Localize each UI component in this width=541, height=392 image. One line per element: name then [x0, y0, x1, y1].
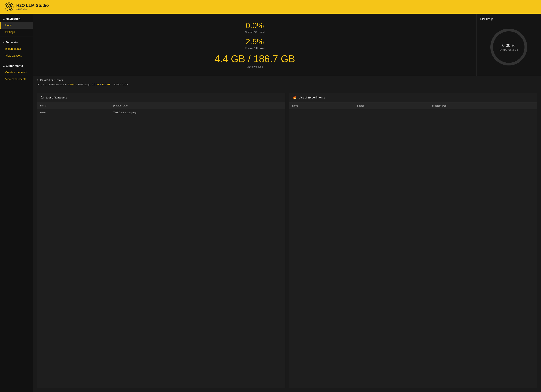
chevron-up-icon: ∧ [3, 17, 5, 20]
sidebar-item-settings-label: Settings [5, 31, 15, 34]
sidebar-item-create-experiment[interactable]: Create experiment [0, 69, 33, 76]
donut-center-text: 0.00 % 57.3 MB / 251.8 GB [500, 43, 518, 51]
gpu-line-prefix: GPU #1 - current utilization: [37, 83, 68, 86]
memory-label: Memory usage [214, 65, 295, 68]
experiments-table-header: 🔥 List of Experiments [289, 93, 537, 102]
sidebar-item-view-datasets[interactable]: View datasets [0, 52, 33, 59]
memory-stat: 4.4 GB / 186.7 GB Memory usage [214, 53, 295, 68]
sidebar-item-create-experiment-label: Create experiment [5, 71, 27, 74]
experiments-table-thead: name dataset problem type [289, 102, 537, 109]
sidebar-item-view-experiments[interactable]: View experiments [0, 76, 33, 83]
sidebar-section-experiments[interactable]: ∧ Experiments [0, 61, 33, 69]
datasets-col-problem-type: problem type [110, 102, 285, 109]
disk-detail: 57.3 MB / 251.8 GB [500, 49, 518, 51]
gpu-stats-label: Detailed GPU stats [40, 78, 63, 82]
datasets-table-panel: 🗂 List of Datasets name problem type oas… [37, 93, 285, 388]
sidebar-section-experiments-label: Experiments [6, 64, 23, 67]
cpu-load-value: 2.5% [245, 37, 265, 46]
app-body: ∧ Navigation Home Settings ∧ Datasets Im… [0, 14, 541, 392]
sidebar-section-navigation[interactable]: ∧ Navigation [0, 14, 33, 22]
experiments-col-name: name [289, 102, 354, 109]
logo-block: H2O LLM Studio v0.0.2-dev [5, 2, 49, 11]
header: H2O LLM Studio v0.0.2-dev [0, 0, 541, 14]
sidebar-item-import-dataset[interactable]: Import dataset [0, 45, 33, 52]
memory-value: 4.4 GB / 186.7 GB [214, 53, 295, 64]
gpu-load-label: Current GPU load [245, 31, 265, 34]
sidebar-divider-1 [0, 36, 33, 37]
gpu-vram-separator: / [99, 83, 102, 86]
sidebar-item-view-experiments-label: View experiments [5, 78, 26, 81]
donut-chart: 0.00 % 57.3 MB / 251.8 GB [488, 26, 530, 68]
center-stats-panel: 0.0% Current GPU load 2.5% Current CPU l… [33, 14, 477, 76]
sidebar-item-view-datasets-label: View datasets [5, 54, 22, 57]
experiments-col-dataset: dataset [354, 102, 429, 109]
sidebar-item-import-dataset-label: Import dataset [5, 47, 22, 50]
sidebar: ∧ Navigation Home Settings ∧ Datasets Im… [0, 14, 33, 392]
sidebar-section-navigation-label: Navigation [6, 17, 21, 20]
datasets-table: name problem type oasst Text Causal Lang… [37, 102, 285, 116]
experiments-col-problem-type: problem type [429, 102, 537, 109]
gpu-stats-row: ∨ Detailed GPU stats GPU #1 - current ut… [33, 76, 541, 89]
gpu-vram-total: 22.2 GB [101, 83, 111, 86]
gpu-vram-used: 0.0 GB [92, 83, 99, 86]
gpu-load-stat: 0.0% Current GPU load [245, 21, 265, 34]
gpu-load-value: 0.0% [245, 21, 265, 30]
datasets-col-name: name [37, 102, 110, 109]
disk-percent: 0.00 % [500, 43, 518, 48]
datasets-table-header-row: name problem type [37, 102, 285, 109]
datasets-panel-icon: 🗂 [41, 95, 44, 99]
sidebar-item-settings[interactable]: Settings [0, 29, 33, 36]
cpu-load-label: Current CPU load [245, 47, 265, 50]
datasets-table-thead: name problem type [37, 102, 285, 109]
chevron-up-datasets-icon: ∧ [3, 41, 5, 44]
sidebar-section-datasets-label: Datasets [6, 41, 18, 44]
app-logo-icon [5, 2, 14, 11]
gpu-vram-prefix: - VRAM usage: [74, 83, 92, 86]
dataset-name-cell[interactable]: oasst [37, 109, 110, 116]
gpu-utilization: 0.0% [68, 83, 74, 86]
main-content: 0.0% Current GPU load 2.5% Current CPU l… [33, 14, 541, 392]
tables-section: 🗂 List of Datasets name problem type oas… [33, 89, 541, 392]
sidebar-item-home-label: Home [5, 24, 12, 27]
sidebar-item-home[interactable]: Home [0, 22, 33, 29]
experiments-table-title: List of Experiments [299, 96, 325, 99]
chevron-up-experiments-icon: ∧ [3, 64, 5, 67]
table-row[interactable]: oasst Text Causal Languag [37, 109, 285, 116]
title-block: H2O LLM Studio v0.0.2-dev [16, 3, 49, 11]
datasets-table-body: oasst Text Causal Languag [37, 109, 285, 116]
app-version: v0.0.2-dev [16, 8, 49, 11]
gpu-model: - NVIDIA A10G [111, 83, 128, 86]
disk-title: Disk usage [480, 17, 493, 21]
dataset-problem-type-cell: Text Causal Languag [110, 109, 285, 116]
experiments-table: name dataset problem type [289, 102, 537, 109]
sidebar-section-datasets[interactable]: ∧ Datasets [0, 37, 33, 45]
gpu-detail-line: GPU #1 - current utilization: 0.0% - VRA… [37, 83, 537, 86]
datasets-table-title: List of Datasets [46, 96, 67, 99]
experiments-panel-icon: 🔥 [293, 95, 297, 100]
experiments-table-panel: 🔥 List of Experiments name dataset probl… [289, 93, 537, 388]
stats-row: 0.0% Current GPU load 2.5% Current CPU l… [33, 14, 541, 76]
disk-usage-panel: Disk usage 0.00 % 57.3 MB / 251.8 GB [477, 14, 541, 76]
app-title: H2O LLM Studio [16, 3, 49, 8]
disk-chart-container: 0.00 % 57.3 MB / 251.8 GB [480, 22, 537, 72]
cpu-load-stat: 2.5% Current CPU load [245, 37, 265, 50]
gpu-stats-header[interactable]: ∨ Detailed GPU stats [37, 78, 537, 82]
datasets-table-header: 🗂 List of Datasets [37, 93, 285, 102]
experiments-table-header-row: name dataset problem type [289, 102, 537, 109]
chevron-down-gpu-icon: ∨ [37, 79, 39, 81]
